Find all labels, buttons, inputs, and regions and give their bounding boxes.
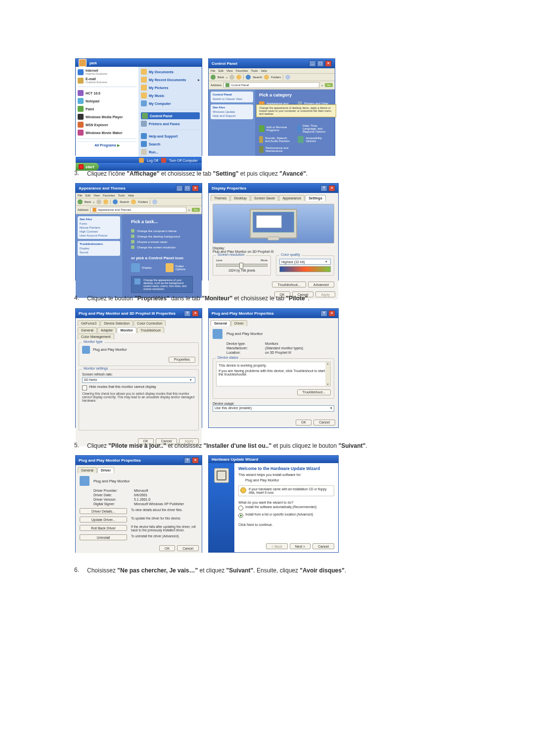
back-icon[interactable] [78, 199, 83, 204]
sm-item-help[interactable]: Help and Support [141, 133, 200, 140]
cancel-button[interactable]: Cancel [177, 545, 199, 551]
rollback-driver-button[interactable]: Roll Back Driver [80, 525, 127, 531]
tab-themes[interactable]: Themes [211, 195, 230, 201]
cat-accessibility[interactable]: Accessibility Options [298, 136, 331, 143]
switch-classic-link[interactable]: Switch to Classic View [213, 97, 251, 101]
cancel-button[interactable]: Cancel [313, 420, 335, 425]
task-background[interactable]: Change the desktop background [131, 235, 193, 238]
tab-settings[interactable]: Settings [305, 195, 326, 201]
update-driver-button[interactable]: Update Driver... [80, 517, 127, 522]
task-screensaver[interactable]: Choose a screen saver [131, 240, 193, 243]
sm-item-printers[interactable]: Printers and Faxes [141, 120, 200, 127]
help-button[interactable]: ? [320, 185, 327, 191]
properties-button[interactable]: Properties [169, 357, 195, 363]
tab-driver[interactable]: Driver [231, 320, 247, 326]
tab-driver[interactable]: Driver [97, 467, 114, 473]
turnoff-button[interactable]: Turn Off Computer [169, 159, 198, 162]
sm-item-mycomputer[interactable]: My Computer [141, 100, 200, 107]
sm-all-programs[interactable]: All Programs ▶ [78, 142, 136, 149]
sm-item-controlpanel[interactable]: Control Panel [141, 112, 200, 119]
sm-item-email[interactable]: E-mailOutlook Express [78, 77, 136, 84]
cancel-button[interactable]: Cancel [312, 543, 334, 549]
tab-adapter[interactable]: Adapter [97, 327, 117, 333]
sm-item-paint[interactable]: Paint [78, 105, 136, 112]
maximize-button[interactable]: □ [184, 185, 191, 191]
back-button[interactable]: < Back [266, 543, 288, 549]
tab-monitor[interactable]: Monitor [117, 327, 136, 333]
close-button[interactable]: × [192, 310, 199, 317]
go-button[interactable]: Go [325, 83, 333, 87]
address-field[interactable]: Control Panel [223, 82, 319, 88]
close-button[interactable]: × [328, 185, 335, 191]
ok-button[interactable]: OK [159, 545, 175, 551]
tab-troubleshoot[interactable]: Troubleshoot [137, 327, 164, 333]
next-button[interactable]: Next > [290, 543, 311, 549]
driver-details-button[interactable]: Driver Details... [80, 508, 127, 514]
forward-icon[interactable] [229, 75, 234, 80]
tab-general[interactable]: General [78, 467, 97, 473]
close-button[interactable]: × [192, 185, 199, 191]
menubar[interactable]: File Edit View Favorites Tools Help [209, 68, 335, 74]
sm-item-music[interactable]: My Music [141, 92, 200, 99]
sm-item-notepad[interactable]: Notepad [78, 97, 136, 104]
sm-item-internet[interactable]: InternetInternet Explorer [78, 68, 136, 76]
close-button[interactable]: × [328, 310, 335, 317]
tab-appearance[interactable]: Appearance [279, 195, 305, 201]
tab-general[interactable]: General [211, 320, 230, 326]
cat-datetime[interactable]: Date, Time, Language, and Regional Optio… [298, 124, 331, 133]
maximize-button[interactable]: □ [317, 60, 324, 67]
resolution-slider[interactable] [216, 264, 267, 267]
sm-item-hct[interactable]: HCT 10.0 [78, 90, 136, 96]
radio-list-location[interactable]: Install from a list or specific location… [238, 513, 334, 518]
help-button[interactable]: ? [320, 310, 327, 317]
close-button[interactable]: × [192, 457, 199, 464]
sm-item-recent[interactable]: My Recent Documents▸ [141, 76, 200, 83]
task-resolution[interactable]: Change the screen resolution [131, 245, 193, 249]
cat-performance[interactable]: Performance and Maintenance [259, 146, 293, 153]
back-icon[interactable] [211, 75, 216, 80]
sm-item-msn[interactable]: MSN Explorer [78, 121, 136, 128]
advanced-button[interactable]: Advanced [308, 282, 334, 287]
cat-addremove[interactable]: Add or Remove Programs [259, 124, 293, 133]
tab-device-selection[interactable]: Device Selection [100, 320, 133, 326]
views-icon[interactable] [285, 75, 290, 80]
ok-button[interactable]: OK [296, 420, 312, 425]
tab-general[interactable]: General [78, 327, 97, 333]
radio-auto[interactable]: Install the software automatically (Reco… [238, 505, 334, 511]
up-icon[interactable] [236, 75, 241, 80]
refresh-rate-combo[interactable]: 60 Hertz▾ [82, 377, 195, 383]
cp-icon-display[interactable]: Display [131, 263, 159, 272]
troubleshoot-button[interactable]: Troubleshoot... [272, 282, 306, 287]
step-6: 6. Choisissez "Ne pas chercher, Je vais…… [74, 567, 470, 575]
troubleshoot-button[interactable]: Troubleshoot... [297, 389, 331, 395]
logoff-button[interactable]: Log Off [147, 159, 158, 162]
sm-item-search[interactable]: Search [141, 141, 200, 147]
uninstall-button[interactable]: Uninstall [80, 534, 127, 540]
toolbar: Back▾ Search Folders [209, 74, 335, 81]
device-usage-combo[interactable]: Use this device (enable)▾ [213, 405, 334, 412]
help-button[interactable]: ? [184, 310, 191, 317]
tab-color-correction[interactable]: Color Correction [134, 320, 166, 326]
tab-colormgmt[interactable]: Color Management [78, 333, 114, 339]
hide-modes-checkbox[interactable]: Hide modes that this monitor cannot disp… [82, 385, 195, 390]
step-text: Cliquez l'icône "Affichage" et choisisse… [87, 170, 470, 178]
cp-heading: Pick a category [259, 93, 331, 97]
tab-geforce3[interactable]: GeForce3 [78, 320, 100, 326]
minimize-button[interactable]: _ [176, 185, 183, 191]
tab-screensaver[interactable]: Screen Saver [251, 195, 278, 201]
cat-sounds[interactable]: Sounds, Speech, and Audio Devices [259, 136, 293, 143]
sm-item-pictures[interactable]: My Pictures [141, 84, 200, 91]
help-button[interactable]: ? [184, 457, 191, 464]
cp-icon-folder-options[interactable]: Folder Options [166, 263, 193, 272]
tab-desktop[interactable]: Desktop [230, 195, 250, 201]
task-theme[interactable]: Change the computer's theme [131, 229, 193, 233]
minimize-button[interactable]: _ [309, 60, 316, 67]
app-icon [78, 90, 84, 96]
start-menu: park InternetInternet Explorer E-mailOut… [75, 58, 202, 156]
color-quality-combo[interactable]: Highest (32 bit)▾ [279, 259, 331, 265]
sm-item-mydocs[interactable]: My Documents [141, 68, 200, 75]
close-button[interactable]: × [325, 60, 332, 67]
sm-item-run[interactable]: Run... [141, 148, 200, 155]
sm-item-wmp[interactable]: Windows Media Player [78, 113, 136, 120]
sm-item-wmm[interactable]: Windows Movie Maker [78, 129, 136, 136]
